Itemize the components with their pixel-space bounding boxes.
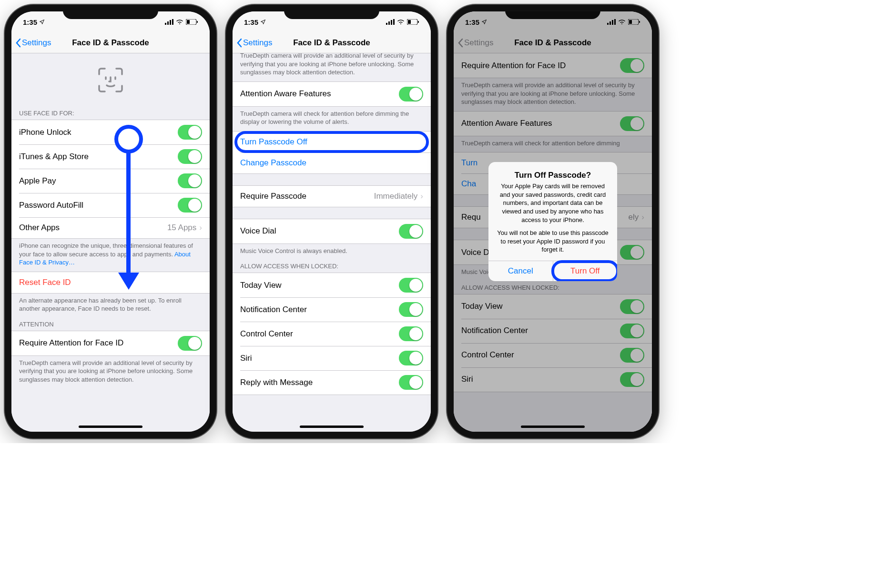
use-face-id-header: USE FACE ID FOR: [11,107,210,120]
svg-rect-7 [386,23,387,25]
screen-2: 1:35 Settings Face ID & Passcode TrueDep… [233,11,431,432]
toggle-switch[interactable] [399,375,423,390]
row-value: 15 Apps [167,223,196,233]
row-require-passcode[interactable]: Require Passcode Immediately› [233,186,431,207]
row-notification-center[interactable]: Notification Center [233,297,431,322]
annotation-arrow-head [118,273,139,290]
truncated-footer-top: TrueDepth camera will provide an additio… [233,53,431,81]
svg-rect-12 [408,20,411,24]
row-today-view[interactable]: Today View [233,273,431,297]
toggle-switch[interactable] [399,278,423,293]
row-label: iPhone Unlock [19,128,71,137]
toggle-switch[interactable] [178,336,202,351]
modal-overlay: Turn Off Passcode? Your Apple Pay cards … [454,11,652,432]
face-id-hero [11,53,210,107]
nav-back-button[interactable]: Settings [15,38,51,48]
phone-mockup-3: 1:35 Settings Face ID & Passcode Require… [447,5,659,438]
home-indicator[interactable] [300,426,364,428]
screen-3: 1:35 Settings Face ID & Passcode Require… [454,11,652,432]
screen-1: 1:35 Settings Face ID & Passcode [11,11,210,432]
require-attention-footer: TrueDepth camera will provide an additio… [11,356,210,389]
row-label: Control Center [240,329,293,339]
battery-icon [186,19,198,25]
row-value: Immediately [374,192,418,201]
chevron-right-icon: › [420,192,423,201]
row-label: Voice Dial [240,226,276,236]
row-label: Change Passcode [240,158,306,168]
svg-rect-2 [170,20,171,25]
row-iphone-unlock[interactable]: iPhone Unlock [11,120,210,144]
row-label: Require Passcode [240,192,306,201]
attention-group: Require Attention for Face ID [11,331,210,356]
svg-rect-9 [391,20,392,25]
settings-content[interactable]: TrueDepth camera will provide an additio… [233,53,431,432]
chevron-left-icon [15,38,21,48]
svg-rect-6 [197,21,198,23]
nav-bar: Settings Face ID & Passcode [11,32,210,53]
row-control-center[interactable]: Control Center [233,322,431,346]
allow-access-header: ALLOW ACCESS WHEN LOCKED: [233,260,431,273]
phone-mockup-1: 1:35 Settings Face ID & Passcode [5,5,216,438]
svg-rect-1 [167,21,169,25]
alert-dialog: Turn Off Passcode? Your Apple Pay cards … [488,162,617,281]
status-time: 1:35 [23,18,37,26]
row-reset-face-id[interactable]: Reset Face ID [11,272,210,293]
row-other-apps[interactable]: Other Apps 15 Apps› [11,217,210,238]
attention-header: ATTENTION [11,318,210,331]
alert-turn-off-button[interactable]: Turn Off [553,261,618,281]
toggle-switch[interactable] [399,302,423,317]
nav-back-button[interactable]: Settings [236,38,272,48]
row-label: Require Attention for Face ID [19,338,123,348]
row-itunes-app-store[interactable]: iTunes & App Store [11,144,210,169]
toggle-switch[interactable] [178,125,202,140]
battery-icon [407,19,419,25]
row-label: Today View [240,281,282,290]
row-voice-dial[interactable]: Voice Dial [233,219,431,243]
row-change-passcode[interactable]: Change Passcode [233,152,431,173]
toggle-switch[interactable] [178,173,202,188]
reset-footer: An alternate appearance has already been… [11,294,210,318]
annotation-arrow-shaft [126,151,131,275]
row-password-autofill[interactable]: Password AutoFill [11,193,210,217]
row-turn-passcode-off[interactable]: Turn Passcode Off [233,132,431,152]
toggle-switch[interactable] [399,87,423,101]
row-reply-with-message[interactable]: Reply with Message [233,370,431,395]
reset-group: Reset Face ID [11,272,210,294]
status-time: 1:35 [244,18,258,26]
annotation-circle [114,125,143,153]
home-indicator[interactable] [79,426,142,428]
nav-back-label: Settings [243,38,272,48]
row-apple-pay[interactable]: Apple Pay [11,169,210,193]
use-face-id-footer: iPhone can recognize the unique, three-d… [11,239,210,272]
row-require-attention[interactable]: Require Attention for Face ID [11,331,210,355]
toggle-switch[interactable] [399,351,423,365]
row-siri[interactable]: Siri [233,346,431,370]
row-attention-aware[interactable]: Attention Aware Features [233,82,431,106]
alert-cancel-button[interactable]: Cancel [488,261,553,281]
chevron-left-icon [236,38,242,48]
cellular-icon [386,19,395,25]
toggle-switch[interactable] [178,149,202,164]
row-label: Reset Face ID [19,278,71,287]
settings-content[interactable]: USE FACE ID FOR: iPhone Unlock iTunes & … [11,53,210,432]
notch [284,5,379,19]
alert-message: Your Apple Pay cards will be removed and… [496,182,610,253]
svg-rect-3 [172,19,173,25]
toggle-switch[interactable] [399,224,423,239]
nav-back-label: Settings [22,38,51,48]
svg-rect-13 [418,21,419,23]
row-label: Siri [240,354,252,363]
row-label: Notification Center [240,305,307,314]
toggle-switch[interactable] [178,198,202,213]
voice-dial-footer: Music Voice Control is always enabled. [233,244,431,260]
toggle-switch[interactable] [399,326,423,341]
phone-mockup-2: 1:35 Settings Face ID & Passcode TrueDep… [226,5,437,438]
location-arrow-icon [39,19,45,25]
attention-aware-footer: TrueDepth camera will check for attentio… [233,107,431,131]
alert-title: Turn Off Passcode? [496,171,610,180]
use-face-id-group: iPhone Unlock iTunes & App Store Apple P… [11,120,210,239]
chevron-right-icon: › [199,223,202,233]
svg-rect-8 [388,21,390,25]
location-arrow-icon [260,19,266,25]
svg-rect-0 [165,23,166,25]
